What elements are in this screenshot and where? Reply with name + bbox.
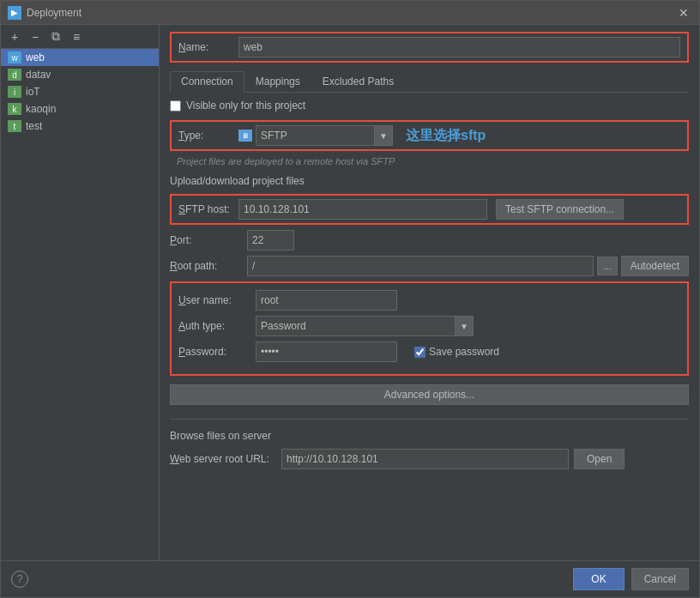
copy-server-button[interactable]: ⧉ bbox=[47, 28, 64, 45]
footer-buttons: OK Cancel bbox=[573, 568, 689, 590]
visible-only-row: Visible only for this project bbox=[170, 100, 689, 112]
dialog-icon: ▶ bbox=[8, 6, 21, 20]
visible-only-checkbox[interactable] bbox=[170, 100, 181, 112]
sftp-annotation: 这里选择sftp bbox=[406, 127, 486, 145]
sftp-hint: Project files are deployed to a remote h… bbox=[170, 156, 689, 166]
web-server-root-row: Web server root URL: Open bbox=[170, 449, 689, 469]
name-input[interactable] bbox=[238, 37, 680, 57]
root-path-input[interactable] bbox=[247, 256, 594, 276]
sidebar-item-label-kaoqin: kaoqin bbox=[26, 103, 56, 115]
port-row: Port: bbox=[170, 230, 689, 251]
username-label: User name: bbox=[178, 294, 256, 306]
auth-type-select[interactable]: Password Key pair OpenSSH config and aut… bbox=[256, 316, 474, 336]
sftp-icon: 🖥 bbox=[238, 130, 252, 142]
sidebar-item-label-datav: datav bbox=[26, 69, 51, 81]
type-label: Type: bbox=[178, 130, 238, 142]
sidebar: + − ⧉ ≡ w web d datav i ioT k kaoqin bbox=[1, 25, 160, 560]
tab-connection[interactable]: Connection bbox=[170, 71, 244, 93]
sidebar-item-label-test: test bbox=[26, 120, 42, 132]
sidebar-item-web[interactable]: w web bbox=[1, 49, 159, 66]
dialog-title: Deployment bbox=[27, 7, 675, 19]
auth-type-label: Auth type: bbox=[178, 320, 256, 332]
sidebar-item-test[interactable]: t test bbox=[1, 118, 159, 135]
web-server-root-label: Web server root URL: bbox=[170, 453, 281, 465]
add-server-button[interactable]: + bbox=[6, 28, 23, 45]
username-row: User name: bbox=[178, 290, 680, 311]
menu-server-button[interactable]: ≡ bbox=[68, 28, 85, 45]
open-button[interactable]: Open bbox=[574, 449, 625, 469]
remove-server-button[interactable]: − bbox=[27, 28, 44, 45]
sidebar-item-iot[interactable]: i ioT bbox=[1, 83, 159, 100]
browse-server-title: Browse files on server bbox=[170, 430, 689, 442]
save-password-checkbox[interactable] bbox=[414, 347, 425, 358]
ok-button[interactable]: OK bbox=[573, 568, 624, 590]
sftp-host-row: SFTP host: Test SFTP connection... bbox=[170, 194, 689, 225]
name-label: Name: bbox=[178, 41, 238, 53]
root-path-row: Root path: ... Autodetect bbox=[170, 256, 689, 276]
save-password-row: Save password bbox=[414, 346, 499, 358]
tabs: Connection Mappings Excluded Paths bbox=[170, 71, 689, 93]
port-label: Port: bbox=[170, 234, 247, 246]
tab-mappings[interactable]: Mappings bbox=[244, 71, 311, 92]
credentials-box: User name: Auth type: Password Key pair … bbox=[170, 281, 689, 376]
footer-left: ? bbox=[11, 571, 28, 588]
main-panel: Name: Connection Mappings Excluded Paths… bbox=[160, 25, 699, 560]
save-password-label: Save password bbox=[429, 346, 499, 358]
datav-icon: d bbox=[8, 69, 21, 81]
sidebar-item-datav[interactable]: d datav bbox=[1, 66, 159, 83]
password-label: Password: bbox=[178, 346, 256, 358]
dialog-footer: ? OK Cancel bbox=[1, 560, 699, 597]
close-button[interactable]: ✕ bbox=[675, 6, 692, 20]
root-path-browse-button[interactable]: ... bbox=[597, 257, 617, 275]
help-button[interactable]: ? bbox=[11, 571, 28, 588]
kaoqin-icon: k bbox=[8, 103, 21, 115]
username-input[interactable] bbox=[256, 290, 397, 311]
title-bar: ▶ Deployment ✕ bbox=[1, 1, 699, 25]
dialog-content: + − ⧉ ≡ w web d datav i ioT k kaoqin bbox=[1, 25, 699, 560]
web-icon: w bbox=[8, 51, 21, 63]
name-row: Name: bbox=[170, 32, 689, 63]
sftp-host-label: SFTP host: bbox=[178, 203, 238, 215]
tab-excluded-paths[interactable]: Excluded Paths bbox=[311, 71, 405, 92]
root-path-label: Root path: bbox=[170, 260, 247, 272]
sidebar-item-kaoqin[interactable]: k kaoqin bbox=[1, 100, 159, 118]
sidebar-item-label-web: web bbox=[26, 51, 45, 63]
auth-type-select-wrapper: Password Key pair OpenSSH config and aut… bbox=[256, 316, 474, 336]
type-select-wrapper: 🖥 SFTP FTP FTPS ▼ bbox=[238, 125, 393, 146]
type-select[interactable]: SFTP FTP FTPS bbox=[256, 125, 393, 146]
advanced-options-button[interactable]: Advanced options... bbox=[170, 384, 689, 405]
sftp-host-input[interactable] bbox=[238, 199, 487, 220]
iot-icon: i bbox=[8, 86, 21, 98]
sidebar-item-label-iot: ioT bbox=[26, 86, 40, 98]
password-input[interactable] bbox=[256, 341, 397, 362]
auth-type-row: Auth type: Password Key pair OpenSSH con… bbox=[178, 316, 680, 336]
port-input[interactable] bbox=[247, 230, 294, 251]
sftp-host-inner: SFTP host: Test SFTP connection... bbox=[178, 199, 680, 220]
autodetect-button[interactable]: Autodetect bbox=[621, 256, 689, 276]
password-row: Password: Save password bbox=[178, 341, 680, 362]
sidebar-toolbar: + − ⧉ ≡ bbox=[1, 25, 159, 49]
web-server-section: Browse files on server Web server root U… bbox=[170, 419, 689, 474]
cancel-button[interactable]: Cancel bbox=[631, 568, 689, 590]
visible-only-label: Visible only for this project bbox=[186, 100, 305, 112]
test-icon: t bbox=[8, 120, 21, 132]
test-connection-button[interactable]: Test SFTP connection... bbox=[496, 199, 624, 220]
type-row: Type: 🖥 SFTP FTP FTPS ▼ 这里选择sftp bbox=[170, 120, 689, 151]
deployment-dialog: ▶ Deployment ✕ + − ⧉ ≡ w web d datav i i… bbox=[0, 0, 700, 598]
upload-section-title: Upload/download project files bbox=[170, 175, 689, 187]
web-server-root-input[interactable] bbox=[281, 449, 569, 469]
